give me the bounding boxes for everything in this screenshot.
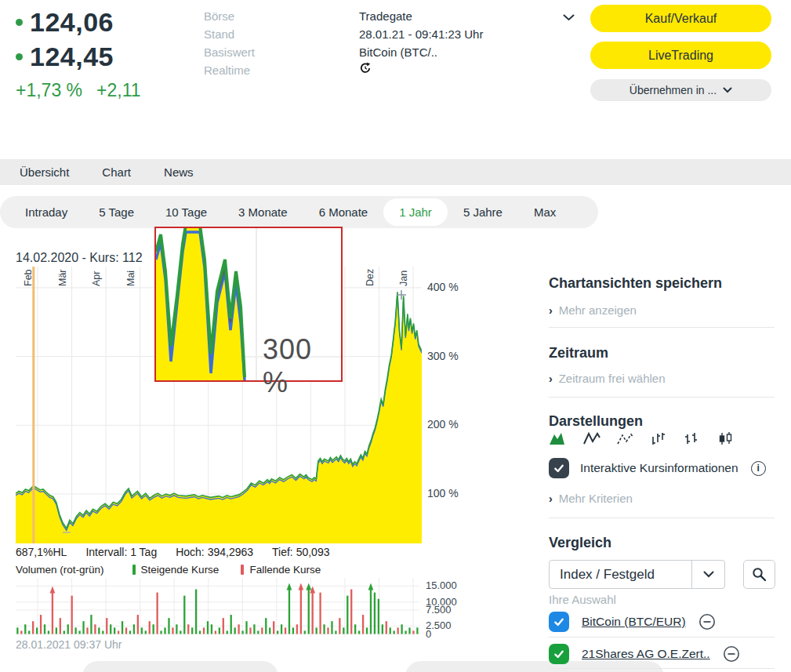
label-basiswert: Basiswert bbox=[204, 43, 255, 61]
quote-info-labels: Börse Stand Basiswert Realtime bbox=[204, 7, 255, 79]
dashed-line-chart-icon[interactable] bbox=[616, 432, 635, 449]
buy-sell-button[interactable]: Kauf/Verkauf bbox=[590, 5, 771, 32]
comparison-row-bitcoin: BitCoin (BTC/EUR) bbox=[549, 608, 716, 636]
sidebar-divider bbox=[549, 668, 775, 669]
exchange-select-chevron-icon[interactable] bbox=[563, 10, 575, 24]
value-basiswert[interactable]: BitCoin (BTC/.. bbox=[359, 43, 483, 61]
ask-status-dot bbox=[16, 53, 23, 60]
stat-high: Hoch: 394,2963 bbox=[176, 546, 253, 558]
bar-chart-icon[interactable] bbox=[650, 432, 669, 449]
pct-tick-100: 100 % bbox=[427, 487, 459, 499]
remove-bitcoin-icon[interactable] bbox=[698, 613, 716, 630]
bid-price-row: 124,06 bbox=[16, 5, 141, 39]
down-volume-chip-icon bbox=[241, 565, 244, 575]
check-icon bbox=[553, 462, 565, 474]
inset-percent-label: 300 % bbox=[263, 333, 341, 399]
bitcoin-link[interactable]: BitCoin (BTC/EUR) bbox=[582, 615, 686, 629]
change-percent: +1,73 % bbox=[16, 80, 82, 101]
period-5-tage[interactable]: 5 Tage bbox=[83, 198, 150, 226]
tab-news[interactable]: News bbox=[164, 165, 194, 179]
area-chart-icon[interactable] bbox=[549, 432, 568, 449]
period-tab-bar: Intraday 5 Tage 10 Tage 3 Monate 6 Monat… bbox=[0, 196, 598, 228]
volume-tick-15.000: 15.000 bbox=[426, 579, 457, 591]
volume-legend-down: Fallende Kurse bbox=[249, 564, 321, 576]
chart-style-icons bbox=[549, 432, 736, 449]
hlc-bars-chart-icon[interactable] bbox=[684, 432, 702, 449]
stat-interval: Intervall: 1 Tag bbox=[85, 546, 157, 558]
sidebar-heading-zeitraum: Zeitraum bbox=[549, 345, 776, 361]
svg-text:Dez: Dez bbox=[365, 269, 376, 286]
quote-block: 124,06 124,45 +1,73 % +2,11 bbox=[16, 5, 141, 101]
realtime-refresh-icon[interactable] bbox=[359, 61, 483, 79]
label-stand: Stand bbox=[204, 25, 255, 43]
chevron-down-icon bbox=[723, 87, 732, 93]
livetrading-button[interactable]: LiveTrading bbox=[590, 42, 771, 69]
bid-status-dot bbox=[16, 19, 23, 26]
label-realtime: Realtime bbox=[204, 61, 255, 79]
vergleich-select-value: Index / Festgeld bbox=[550, 567, 691, 583]
info-icon[interactable]: i bbox=[751, 461, 766, 476]
pct-tick-300: 300 % bbox=[427, 350, 459, 362]
change-absolute: +2,11 bbox=[96, 80, 141, 101]
link-mehr-kriterien[interactable]: › Mehr Kriterien bbox=[549, 492, 776, 505]
stat-range: 687,1%HL bbox=[16, 546, 67, 558]
section-tab-bar: Übersicht Chart News bbox=[0, 159, 791, 185]
sidebar-divider bbox=[549, 637, 775, 637]
kursalarm-button[interactable]: Kursalarm bbox=[82, 661, 278, 672]
link-mehr-anzeigen[interactable]: › Mehr anzeigen bbox=[549, 303, 776, 317]
candlestick-chart-icon[interactable] bbox=[717, 432, 736, 449]
volume-chart[interactable] bbox=[16, 578, 419, 637]
chevron-right-icon: › bbox=[549, 372, 553, 385]
sidebar-divider bbox=[549, 518, 775, 518]
select-chevron-down-icon bbox=[691, 561, 724, 588]
volume-legend: Volumen (rot-grün) Steigende Kurse Falle… bbox=[16, 564, 321, 576]
chart-timestamp: 28.01.2021 09:37 Uhr bbox=[16, 638, 122, 651]
interactive-info-checkbox[interactable] bbox=[549, 458, 569, 478]
chevron-right-icon: › bbox=[549, 492, 553, 505]
volume-title: Volumen (rot-grün) bbox=[16, 564, 104, 576]
transfer-dropdown-button[interactable]: Übernehmen in ... bbox=[590, 79, 771, 101]
period-5-jahre[interactable]: 5 Jahre bbox=[448, 198, 518, 226]
chevron-right-icon: › bbox=[549, 304, 553, 317]
volume-tick-7.500: 7.500 bbox=[426, 604, 452, 616]
value-boerse: Tradegate bbox=[359, 7, 483, 25]
vergleich-select[interactable]: Index / Festgeld bbox=[549, 560, 725, 589]
line-chart-icon[interactable] bbox=[582, 432, 601, 449]
ask-price: 124,45 bbox=[30, 39, 114, 74]
svg-text:Jan: Jan bbox=[398, 271, 409, 286]
remove-21shares-icon[interactable] bbox=[723, 645, 740, 663]
volume-tick-0: 0 bbox=[426, 628, 431, 640]
21shares-checkbox[interactable] bbox=[549, 644, 569, 664]
ihre-auswahl-label: Ihre Auswahl bbox=[549, 593, 616, 606]
svg-text:Mär: Mär bbox=[57, 269, 68, 286]
bitcoin-checkbox[interactable] bbox=[549, 612, 569, 632]
svg-text:Mai: Mai bbox=[125, 271, 136, 286]
quote-info-values: Tradegate 28.01.21 - 09:41:23 Uhr BitCoi… bbox=[359, 7, 483, 79]
chart-stats-row: 687,1%HL Intervall: 1 Tag Hoch: 394,2963… bbox=[16, 546, 348, 558]
period-1-jahr[interactable]: 1 Jahr bbox=[383, 198, 448, 226]
search-icon bbox=[752, 567, 767, 582]
sidebar-divider bbox=[549, 327, 775, 328]
period-intraday[interactable]: Intraday bbox=[9, 198, 83, 226]
search-button[interactable] bbox=[743, 560, 775, 589]
interactive-info-label: Interaktive Kursinformationen bbox=[580, 461, 738, 475]
page: 124,06 124,45 +1,73 % +2,11 Börse Stand … bbox=[0, 0, 791, 672]
period-10-tage[interactable]: 10 Tage bbox=[150, 198, 223, 226]
period-3-monate[interactable]: 3 Monate bbox=[223, 198, 303, 226]
tab-chart[interactable]: Chart bbox=[102, 165, 131, 179]
link-zeitraum-frei-waehlen[interactable]: › Zeitraum frei wählen bbox=[549, 372, 776, 385]
label-boerse: Börse bbox=[204, 7, 255, 25]
pct-tick-400: 400 % bbox=[427, 281, 459, 293]
check-icon bbox=[553, 648, 565, 660]
comparison-row-21shares: 21Shares AG O.E.Zert.. bbox=[549, 640, 740, 668]
period-max[interactable]: Max bbox=[518, 198, 571, 226]
value-stand: 28.01.21 - 09:41:23 Uhr bbox=[359, 25, 483, 43]
ask-price-row: 124,45 bbox=[16, 39, 141, 74]
up-volume-chip-icon bbox=[132, 565, 136, 575]
magnifier-inset: 300 % bbox=[154, 227, 343, 382]
21shares-link[interactable]: 21Shares AG O.E.Zert.. bbox=[582, 647, 710, 661]
tab-uebersicht[interactable]: Übersicht bbox=[20, 165, 69, 179]
period-6-monate[interactable]: 6 Monate bbox=[303, 198, 384, 226]
svg-text:Feb: Feb bbox=[23, 269, 34, 286]
sidebar-heading-chartansichten: Chartansichten speichern bbox=[549, 275, 776, 292]
